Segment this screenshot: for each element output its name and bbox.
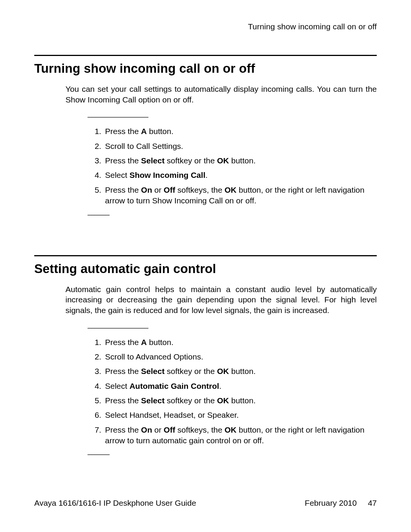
text: softkey or the (164, 396, 217, 405)
step-item: Press the On or Off softkeys, the OK but… (104, 425, 377, 446)
steps-list-2: Press the A button.Scroll to Advanced Op… (88, 337, 377, 446)
text: Select (105, 382, 129, 390)
text: Press the (105, 338, 141, 347)
bold-text: On (141, 185, 152, 194)
text: Scroll to Call Settings. (105, 142, 183, 150)
steps-start-rule (88, 328, 148, 329)
step-item: Press the Select softkey or the OK butto… (104, 395, 377, 406)
step-item: Press the A button. (104, 337, 377, 348)
bold-text: A (141, 127, 147, 136)
page: Turning show incoming call on or off Tur… (0, 0, 411, 532)
running-header: Turning show incoming call on or off (34, 0, 377, 31)
section-divider (34, 255, 377, 256)
steps-list-1: Press the A button.Scroll to Call Settin… (88, 126, 377, 206)
section-title-2: Setting automatic gain control (34, 262, 377, 276)
text: softkeys, the (175, 425, 225, 434)
bold-text: OK (225, 425, 237, 434)
text: or (152, 425, 164, 434)
text: Press the (105, 156, 141, 165)
step-item: Select Automatic Gain Control. (104, 381, 377, 391)
bold-text: OK (217, 156, 229, 165)
text: Select Handset, Headset, or Speaker. (105, 411, 239, 419)
bold-text: Automatic Gain Control (129, 382, 219, 390)
bold-text: OK (217, 396, 229, 405)
step-item: Press the Select softkey or the OK butto… (104, 155, 377, 166)
text: or (152, 185, 164, 194)
footer-right: February 2010 47 (305, 498, 377, 508)
bold-text: OK (217, 367, 229, 375)
text: button. (147, 338, 174, 347)
bold-text: Off (164, 185, 175, 194)
bold-text: On (141, 425, 152, 434)
step-item: Select Handset, Headset, or Speaker. (104, 410, 377, 420)
text: Press the (105, 396, 141, 405)
step-item: Press the On or Off softkeys, the OK but… (104, 185, 377, 206)
step-item: Select Show Incoming Call. (104, 170, 377, 181)
steps-end-rule (88, 215, 110, 216)
section-divider (34, 55, 377, 56)
section-intro-2: Automatic gain control helps to maintain… (65, 284, 377, 316)
page-footer: Avaya 1616/1616-I IP Deskphone User Guid… (34, 498, 377, 508)
text: Select (105, 171, 129, 179)
bold-text: A (141, 338, 147, 347)
text: softkey or the (164, 367, 217, 375)
text: Press the (105, 367, 141, 375)
text: button. (229, 396, 256, 405)
bold-text: Select (141, 396, 165, 405)
section-title-1: Turning show incoming call on or off (34, 61, 377, 76)
text: softkeys, the (175, 185, 225, 194)
step-item: Scroll to Call Settings. (104, 141, 377, 152)
bold-text: Off (164, 425, 175, 434)
text: Press the (105, 425, 141, 434)
text: . (219, 382, 221, 390)
bold-text: Select (141, 367, 165, 375)
step-item: Press the Select softkey or the OK butto… (104, 366, 377, 377)
steps-start-rule (88, 117, 148, 118)
bold-text: Show Incoming Call (129, 171, 206, 179)
bold-text: OK (225, 185, 237, 194)
text: . (206, 171, 208, 179)
text: Scroll to Advanced Options. (105, 352, 203, 361)
bold-text: Select (141, 156, 165, 165)
step-item: Press the A button. (104, 126, 377, 137)
text: button. (229, 156, 256, 165)
text: Press the (105, 185, 141, 194)
step-item: Scroll to Advanced Options. (104, 351, 377, 362)
text: Press the (105, 127, 141, 136)
section-intro-1: You can set your call settings to automa… (65, 84, 377, 105)
text: softkey or the (164, 156, 217, 165)
steps-end-rule (88, 454, 110, 455)
text: button. (147, 127, 174, 136)
text: button. (229, 367, 256, 375)
footer-left: Avaya 1616/1616-I IP Deskphone User Guid… (34, 498, 196, 508)
